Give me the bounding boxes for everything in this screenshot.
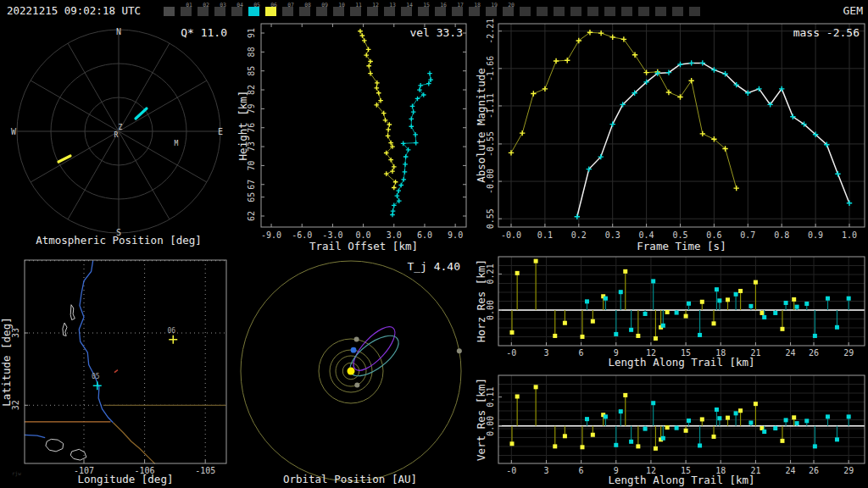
data-point-marker: [554, 58, 559, 64]
channel-box-blank[interactable]: [689, 7, 700, 16]
data-point-marker: [368, 71, 373, 76]
channel-box-blank[interactable]: [520, 7, 531, 16]
channel-box-07[interactable]: [282, 7, 293, 16]
data-point-marker: [700, 131, 705, 136]
data-point-marker: [688, 60, 693, 65]
residual-marker: [665, 310, 670, 314]
tick-label: 3: [543, 348, 548, 358]
tick-label: 85: [247, 66, 256, 76]
channel-box-17[interactable]: [452, 7, 463, 16]
channel-box-02[interactable]: [198, 7, 209, 16]
channel-box-blank[interactable]: [655, 7, 666, 16]
data-point-marker: [415, 97, 420, 102]
channel-box-01[interactable]: [181, 7, 192, 16]
residual-marker: [623, 269, 627, 274]
vert-res-gridlines: [498, 375, 865, 463]
data-point-marker: [360, 33, 365, 38]
tick-label: 0.5: [672, 230, 687, 240]
residual-marker: [580, 335, 584, 339]
data-point-marker: [386, 127, 391, 132]
orbit-title: Orbital Position [AU]: [283, 473, 417, 485]
channel-box-10[interactable]: [333, 7, 344, 16]
channel-box-11[interactable]: [350, 7, 361, 16]
data-point-marker: [409, 124, 414, 129]
data-point-marker: [520, 130, 525, 136]
channel-box-20[interactable]: [503, 7, 514, 16]
polar-grid: [17, 30, 220, 233]
channel-box-05[interactable]: [248, 7, 259, 16]
data-point-marker: [700, 60, 705, 65]
horz-res-plot-area: [498, 259, 865, 341]
residual-marker: [651, 279, 655, 283]
channel-box-14[interactable]: [401, 7, 412, 16]
channel-box-blank[interactable]: [537, 7, 548, 16]
residual-marker: [792, 415, 796, 419]
lightcurve-plot-frame: [498, 24, 865, 227]
channel-box-blank[interactable]: [638, 7, 649, 16]
channel-box-blank[interactable]: [570, 7, 581, 16]
sun-dot: [348, 368, 355, 375]
residual-marker: [726, 297, 730, 302]
residual-marker: [619, 409, 623, 413]
panel-trail-offset: -9.0-6.0-3.00.03.06.09.09188858279767370…: [236, 24, 466, 252]
channel-box-18[interactable]: [469, 7, 480, 16]
channel-box-13[interactable]: [384, 7, 395, 16]
channel-box-blank[interactable]: [164, 7, 175, 16]
tick-label: 0.1: [537, 230, 553, 240]
residual-marker: [780, 327, 784, 331]
residual-marker: [847, 414, 851, 419]
residual-marker: [643, 427, 648, 431]
residual-marker: [563, 434, 567, 438]
tick-label: 26: [809, 466, 819, 475]
residual-marker: [726, 416, 730, 420]
channel-box-blank[interactable]: [554, 7, 565, 16]
channel-box-06[interactable]: [265, 7, 276, 16]
channel-box-03[interactable]: [214, 7, 225, 16]
channel-box-09[interactable]: [316, 7, 327, 16]
data-point-marker: [411, 109, 416, 114]
horz-res-gridlines: [498, 257, 865, 346]
residual-marker: [585, 299, 589, 303]
panel-ground-map: 0506 -107-106-1053332 Latitude [deg] Lon…: [0, 260, 226, 485]
horz-res-x-axis-label: Length Along Trail [km]: [608, 356, 754, 369]
panel-lightcurve: -0.00.10.20.30.40.50.60.70.80.91.0-2.21-…: [475, 19, 865, 252]
map-lake-outline: [70, 305, 75, 320]
residual-marker: [847, 297, 851, 301]
channel-box-16[interactable]: [435, 7, 446, 16]
data-point-marker: [358, 29, 363, 34]
tick-label: 6: [579, 348, 584, 358]
trail-plot-area: [358, 29, 433, 217]
residual-marker: [715, 408, 719, 412]
tick-label: 6.0: [417, 230, 432, 240]
data-point-marker: [374, 86, 379, 91]
channel-box-08[interactable]: [299, 7, 310, 16]
station-marker-label: 05: [92, 373, 100, 380]
shower-code-badge: GEM: [843, 4, 864, 17]
residual-marker: [826, 297, 830, 301]
channel-box-blank[interactable]: [587, 7, 598, 16]
data-point-marker: [390, 169, 395, 174]
residual-marker: [717, 416, 721, 420]
data-point-marker: [388, 158, 393, 163]
data-point-marker: [403, 162, 408, 167]
channel-box-12[interactable]: [367, 7, 378, 16]
map-x-axis-label: Longitude [deg]: [78, 473, 174, 485]
jupiter-dot: [457, 348, 462, 353]
channel-box-04[interactable]: [231, 7, 242, 16]
residual-marker: [619, 290, 623, 294]
channel-box-blank[interactable]: [621, 7, 632, 16]
tick-label: -3.0: [322, 230, 342, 240]
panel-orbit: T_j 4.40 Orbital Position [AU]: [241, 260, 462, 485]
residual-marker: [738, 289, 743, 293]
residual-marker: [563, 321, 567, 325]
channel-box-19[interactable]: [486, 7, 497, 16]
atmospheric-title: Atmospheric Position [deg]: [36, 234, 202, 247]
channel-box-blank[interactable]: [672, 7, 683, 16]
tick-label: -9.0: [261, 230, 281, 240]
residual-marker: [754, 402, 758, 406]
map-y-axis-label: Latitude [deg]: [0, 317, 13, 406]
channel-box-15[interactable]: [418, 7, 429, 16]
residual-marker: [784, 418, 788, 422]
residual-marker: [651, 401, 655, 405]
channel-box-blank[interactable]: [604, 7, 615, 16]
